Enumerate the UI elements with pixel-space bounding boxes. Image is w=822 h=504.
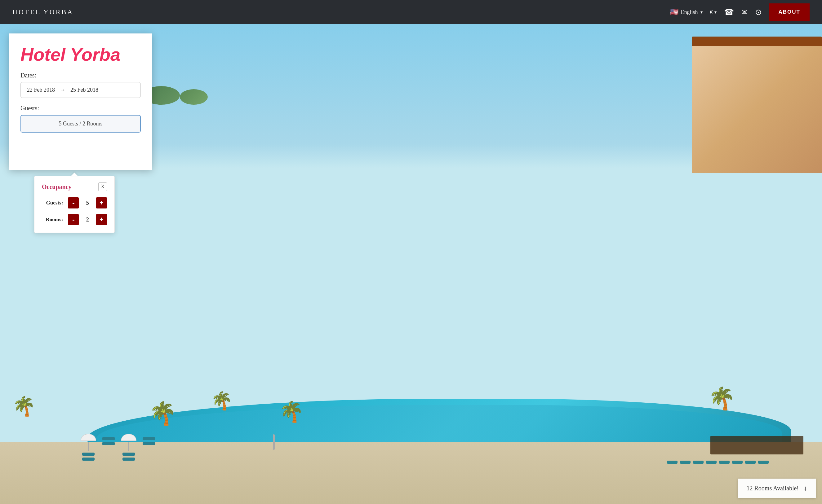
flag-icon: 🇺🇸 — [670, 8, 679, 16]
occupancy-popup: Occupancy X Guests: - 5 + Rooms: - 2 + — [34, 176, 115, 233]
rooms-available-text: 12 Rooms Available! — [747, 485, 799, 492]
guests-label: Guests: — [20, 105, 141, 112]
palm-tree-2: 🌴 — [149, 406, 177, 427]
palm-tree-4: 🌴 — [279, 406, 304, 423]
date-end: 25 Feb 2018 — [70, 87, 98, 93]
lounger-area — [81, 434, 155, 461]
guests-minus-button[interactable]: - — [68, 197, 79, 208]
hotel-title: Hotel Yorba — [20, 45, 141, 64]
phone-icon[interactable]: ☎ — [724, 7, 734, 17]
booking-card: Hotel Yorba Dates: 22 Feb 2018 → 25 Feb … — [9, 33, 152, 170]
language-selector[interactable]: 🇺🇸 English ▾ — [670, 8, 703, 16]
pergola — [710, 436, 803, 454]
hero-section: 🌴 🌴 🌴 🌴 🌴 — [0, 24, 822, 504]
guests-count: 5 — [84, 200, 91, 206]
occupancy-title: Occupancy — [42, 183, 72, 191]
rooms-arrow-icon: ↓ — [804, 484, 807, 492]
about-button[interactable]: ABOUT — [769, 3, 810, 21]
date-start: 22 Feb 2018 — [27, 87, 55, 93]
currency-dropdown-icon: ▾ — [714, 10, 717, 15]
pool-ladder — [273, 434, 275, 450]
navbar-right: 🇺🇸 English ▾ € ▾ ☎ ✉ ⊙ ABOUT — [670, 3, 810, 21]
rooms-minus-button[interactable]: - — [68, 214, 79, 225]
palm-tree-3: 🌴 — [211, 397, 233, 411]
rooms-banner[interactable]: 12 Rooms Available! ↓ — [738, 479, 816, 498]
rooms-occ-label: Rooms: — [42, 217, 63, 223]
occupancy-header: Occupancy X — [42, 182, 107, 191]
language-label: English — [681, 9, 698, 15]
dates-label: Dates: — [20, 72, 141, 79]
rooms-plus-button[interactable]: + — [96, 214, 107, 225]
palm-tree-1: 🌴 — [12, 401, 36, 417]
dates-input[interactable]: 22 Feb 2018 → 25 Feb 2018 — [20, 82, 141, 98]
rooms-count: 2 — [84, 217, 91, 223]
building-right — [692, 43, 822, 173]
lang-dropdown-icon: ▾ — [701, 10, 703, 15]
guests-row: Guests: - 5 + — [42, 197, 107, 208]
brand-name: HOTEL YORBA — [12, 8, 73, 16]
guests-value: 5 Guests / 2 Rooms — [59, 121, 102, 127]
currency-selector[interactable]: € ▾ — [710, 9, 717, 16]
bush-2 — [180, 89, 208, 105]
occupancy-close-button[interactable]: X — [98, 182, 107, 191]
guests-input[interactable]: 5 Guests / 2 Rooms — [20, 115, 141, 133]
guests-occ-label: Guests: — [42, 200, 63, 206]
dates-arrow-icon: → — [60, 87, 65, 93]
palm-tree-5: 🌴 — [708, 392, 735, 411]
lounger-area-right — [667, 461, 791, 464]
guests-plus-button[interactable]: + — [96, 197, 107, 208]
navbar: HOTEL YORBA 🇺🇸 English ▾ € ▾ ☎ ✉ ⊙ ABOUT — [0, 0, 822, 24]
currency-label: € — [710, 9, 713, 16]
rooms-row: Rooms: - 2 + — [42, 214, 107, 225]
location-icon[interactable]: ⊙ — [755, 7, 762, 17]
mail-icon[interactable]: ✉ — [741, 8, 748, 16]
